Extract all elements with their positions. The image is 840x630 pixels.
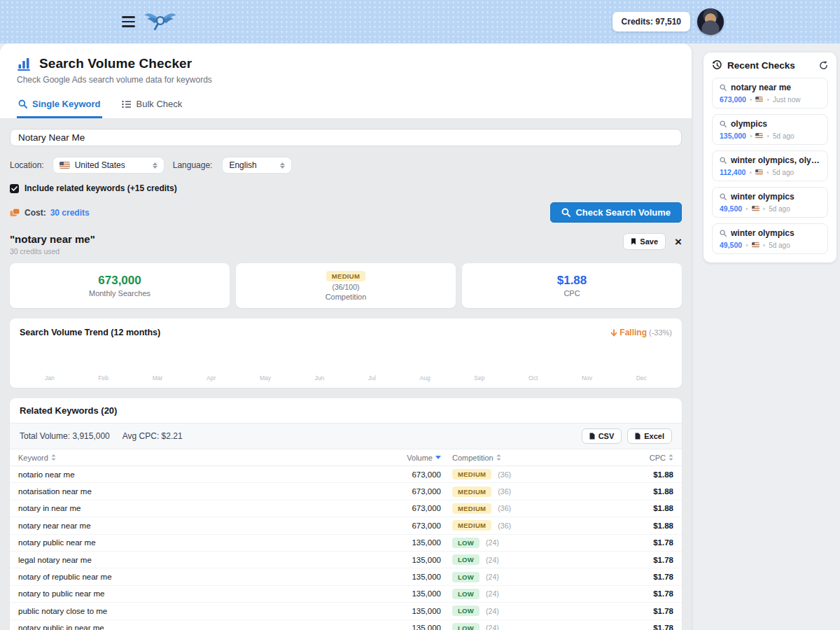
save-button[interactable]: Save — [623, 233, 666, 250]
row-keyword: notary public near me — [18, 538, 382, 547]
tab-label: Bulk Check — [136, 99, 183, 109]
keyword-column-header[interactable]: Keyword — [18, 454, 56, 462]
cpc-column-header[interactable]: CPC — [629, 454, 673, 462]
recent-checks-title: Recent Checks — [727, 60, 814, 71]
check-search-volume-button[interactable]: Check Search Volume — [550, 202, 682, 223]
include-related-checkbox-row[interactable]: Include related keywords (+15 credits) — [10, 183, 682, 193]
winged-magnifier-logo[interactable] — [144, 10, 177, 34]
credits-badge[interactable]: Credits: 97,510 — [612, 12, 690, 31]
table-row[interactable]: notary public near me 135,000 LOW (24) $… — [10, 535, 682, 552]
export-csv-button[interactable]: CSV — [582, 428, 622, 444]
month-tick: Mar — [153, 374, 163, 382]
tab-single-keyword[interactable]: Single Keyword — [17, 94, 102, 118]
keyword-input[interactable] — [10, 129, 682, 146]
row-cpc: $1.88 — [629, 504, 673, 512]
location-label: Location: — [10, 160, 44, 170]
row-competition-badge: MEDIUM — [452, 503, 491, 514]
row-competition-badge: LOW — [452, 554, 479, 565]
search-icon — [561, 208, 570, 217]
language-select[interactable]: English — [222, 157, 292, 174]
volume-column-header[interactable]: Volume — [382, 454, 441, 462]
cost-value: 30 credits — [50, 208, 90, 218]
recent-keyword: olympics — [731, 119, 767, 129]
recent-time: 5d ago — [769, 205, 790, 213]
recent-check-item[interactable]: winter olympics 49,500 • • 5d ago — [712, 223, 828, 254]
checkbox-checked-icon[interactable] — [10, 184, 19, 193]
stat-card-cpc: $1.88 CPC — [462, 263, 682, 308]
row-cpc: $1.88 — [629, 487, 673, 496]
row-cpc: $1.78 — [629, 624, 673, 630]
recent-check-item[interactable]: winter olympics 49,500 • • 5d ago — [712, 187, 828, 218]
export-excel-button[interactable]: Excel — [627, 428, 672, 444]
history-icon — [712, 60, 722, 71]
refresh-icon[interactable] — [819, 61, 828, 70]
user-avatar[interactable] — [697, 8, 724, 35]
recent-keyword: notary near me — [731, 83, 791, 92]
row-competition-score: (36) — [498, 522, 511, 530]
table-row[interactable]: notary of republic near me 135,000 LOW (… — [10, 568, 682, 585]
language-label: Language: — [173, 160, 213, 170]
table-row[interactable]: notarisation near me 673,000 MEDIUM (36)… — [10, 483, 682, 500]
row-keyword: notary in near me — [18, 504, 382, 512]
recent-volume: 49,500 — [720, 204, 742, 213]
monthly-searches-label: Monthly Searches — [89, 289, 150, 298]
search-icon — [720, 230, 727, 237]
month-tick: Jan — [45, 374, 55, 382]
row-competition-score: (36) — [498, 504, 511, 512]
recent-volume: 673,000 — [720, 95, 746, 104]
row-competition-badge: LOW — [452, 606, 479, 616]
month-tick: Jul — [368, 374, 376, 382]
table-row[interactable]: public notary close to me 135,000 LOW (2… — [10, 603, 682, 620]
us-flag-icon — [755, 133, 763, 139]
result-credits-used: 30 credits used — [10, 247, 95, 255]
month-tick: Feb — [98, 374, 108, 382]
cost-label: Cost: — [24, 208, 46, 218]
row-volume: 673,000 — [382, 504, 452, 512]
row-volume: 135,000 — [382, 573, 452, 581]
stepper-icon — [153, 162, 158, 169]
month-tick: Jun — [315, 374, 325, 382]
location-select[interactable]: United States — [52, 157, 164, 174]
close-icon[interactable]: × — [675, 236, 682, 248]
recent-keyword: winter olympics — [731, 228, 794, 238]
hamburger-menu-icon[interactable] — [119, 13, 138, 30]
month-tick: Dec — [636, 374, 647, 382]
row-cpc: $1.78 — [629, 589, 673, 598]
table-row[interactable]: notary public in near me 135,000 LOW (24… — [10, 620, 682, 630]
recent-check-item[interactable]: notary near me 673,000 • • Just now — [712, 78, 828, 108]
result-query: "notary near me" — [10, 233, 95, 245]
competition-column-header[interactable]: Competition — [452, 454, 501, 462]
row-keyword: public notary close to me — [18, 607, 382, 615]
bar-chart-icon — [17, 57, 32, 71]
tab-bulk-check[interactable]: Bulk Check — [120, 94, 184, 118]
row-keyword: notarisation near me — [18, 487, 382, 496]
table-row[interactable]: notary near near me 673,000 MEDIUM (36) … — [10, 517, 682, 534]
row-cpc: $1.78 — [629, 538, 673, 547]
table-row[interactable]: legal notary near me 135,000 LOW (24) $1… — [10, 552, 682, 568]
avg-cpc-summary: Avg CPC: $2.21 — [122, 431, 183, 441]
row-keyword: legal notary near me — [18, 556, 382, 564]
table-row[interactable]: notary to public near me 135,000 LOW (24… — [10, 586, 682, 603]
row-competition-score: (24) — [486, 556, 499, 564]
recent-check-item[interactable]: winter olympics, olympi… 112,400 • • 5d … — [712, 150, 828, 181]
row-volume: 135,000 — [382, 589, 452, 598]
recent-time: 5d ago — [773, 132, 794, 140]
table-row[interactable]: notary in near me 673,000 MEDIUM (36) $1… — [10, 500, 682, 517]
stat-card-competition: MEDIUM (36/100) Competition — [236, 263, 456, 308]
document-icon — [589, 433, 595, 440]
row-competition-score: (36) — [498, 487, 511, 496]
trend-title: Search Volume Trend (12 months) — [20, 328, 160, 337]
row-volume: 673,000 — [382, 487, 452, 496]
check-button-label: Check Search Volume — [575, 207, 671, 218]
row-keyword: notario near me — [18, 470, 382, 479]
recent-check-item[interactable]: olympics 135,000 • • 5d ago — [712, 114, 828, 145]
table-row[interactable]: notario near me 673,000 MEDIUM (36) $1.8… — [10, 466, 682, 483]
related-keywords-title: Related Keywords (20) — [10, 398, 682, 424]
page-subtitle: Check Google Ads search volume data for … — [17, 75, 675, 85]
month-tick: Nov — [582, 374, 592, 382]
row-volume: 135,000 — [382, 607, 452, 615]
search-icon — [720, 157, 727, 164]
search-icon — [18, 99, 27, 108]
row-volume: 135,000 — [382, 538, 452, 547]
row-competition-score: (24) — [486, 624, 499, 630]
